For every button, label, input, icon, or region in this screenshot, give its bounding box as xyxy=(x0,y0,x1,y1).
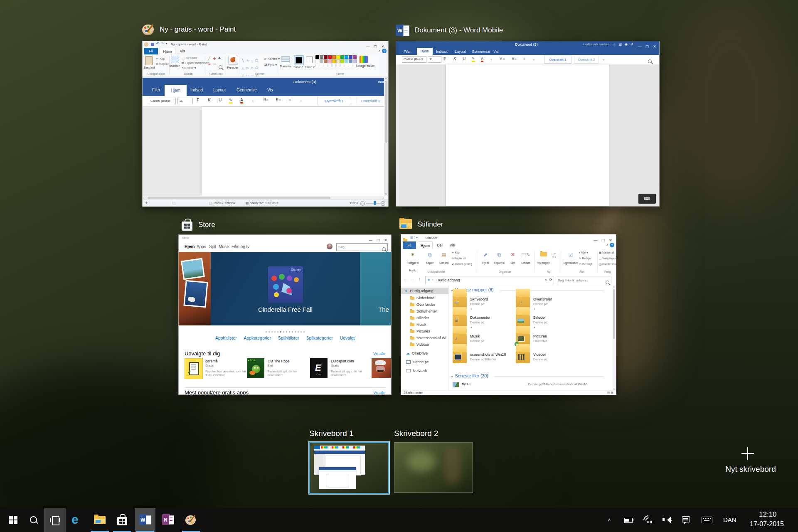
hero-pager-dots[interactable] xyxy=(179,327,391,334)
store-nav-hjem[interactable]: Hjem xyxy=(185,244,195,249)
copy-path-button[interactable]: ⧉ Kopiér sti xyxy=(452,257,466,260)
word-tab-indsaet[interactable]: Indsæt xyxy=(436,49,448,54)
file-explorer-button[interactable] xyxy=(90,508,110,532)
keyboard-mode-icon[interactable]: ▤ xyxy=(618,42,622,46)
size-icon[interactable] xyxy=(281,57,290,63)
store-hero[interactable]: Disney Cinderella Free Fall The xyxy=(179,252,391,325)
desktop1-label[interactable]: Skrivebord 1 xyxy=(309,429,354,438)
italic-icon[interactable]: K xyxy=(453,57,456,61)
action-center-icon[interactable] xyxy=(682,516,690,524)
history-button[interactable]: ⟲ Oversigt xyxy=(579,263,592,266)
wifi-icon[interactable] xyxy=(643,515,653,524)
bold-icon[interactable]: F xyxy=(443,57,446,61)
fill-icon[interactable]: ◆ xyxy=(213,57,216,60)
paint-vscrollbar[interactable]: ∧ ∨ xyxy=(384,76,388,196)
color1-swatch[interactable] xyxy=(294,55,304,65)
redo-icon[interactable]: ↷ xyxy=(161,42,164,46)
size-label[interactable]: Størrelse xyxy=(279,65,292,68)
folder-item-videoer[interactable]: Videoer Denne pc xyxy=(516,352,577,369)
paste-label[interactable]: Sæt ind xyxy=(143,66,154,69)
edit-colors-label[interactable]: Rediger farver xyxy=(356,64,372,67)
app-card-partial[interactable] xyxy=(372,358,391,378)
rotate-label[interactable]: ⟲ Roter ▾ xyxy=(182,66,196,70)
find-icon[interactable] xyxy=(648,57,652,65)
paint-canvas[interactable]: Dokument (3) mor Filer Hjem Indsæt Layou… xyxy=(143,76,384,196)
open-button[interactable]: ▸ Åbn ▾ xyxy=(579,251,588,254)
store-nav-film[interactable]: Film og tv xyxy=(232,244,249,249)
edit-colors-icon[interactable] xyxy=(360,56,368,63)
explorer-search-input[interactable] xyxy=(557,277,604,283)
help-icon[interactable]: ? xyxy=(382,49,387,53)
resize-label[interactable]: ⧉ Tilpas størrelsen xyxy=(182,61,209,65)
word-page[interactable] xyxy=(446,64,609,206)
word-window[interactable]: Dokument (3) morten sahl madsen ☼ ▤ ◉ ↺ … xyxy=(396,41,660,207)
app-card[interactable]: ● BOX Cut The Rope Ejet Baseret på spil,… xyxy=(247,358,305,380)
paste-button[interactable]: ▤Sæt ind xyxy=(438,251,450,266)
paste-icon[interactable] xyxy=(145,56,153,65)
explorer-tab-del[interactable]: Del xyxy=(434,241,445,249)
tree-item-denne-pc[interactable]: Denne pc xyxy=(401,359,453,365)
address-dropdown-icon[interactable]: ∨ xyxy=(545,278,547,282)
recent-files-heading[interactable]: ⌄ Seneste filer (20) xyxy=(450,373,488,378)
text-tool-icon[interactable]: A xyxy=(218,56,221,60)
view-toggle-icons[interactable]: ▤ ▦ xyxy=(607,391,613,394)
zoom-out-icon[interactable]: − xyxy=(360,201,365,206)
font-color-icon[interactable]: A xyxy=(481,57,483,62)
delete-button[interactable]: ✕Slet xyxy=(507,251,518,266)
explorer-thumbnail-label[interactable]: Stifinder xyxy=(399,218,443,231)
underline-icon[interactable]: U xyxy=(463,57,466,61)
account-icon[interactable]: ◉ xyxy=(625,42,628,46)
app-card[interactable]: E .COM Eurosport.com Gratis Baseret på a… xyxy=(310,358,368,380)
bullets-icon[interactable]: ⠿≡ xyxy=(500,57,505,61)
zoom-in-icon[interactable]: + xyxy=(381,201,385,206)
crop-label[interactable]: ⬚ Beskær xyxy=(182,56,197,60)
brushes-icon[interactable] xyxy=(228,56,238,65)
save-icon[interactable] xyxy=(151,43,154,46)
font-more-icon[interactable]: ⌄ xyxy=(490,57,493,61)
back-icon[interactable]: ← xyxy=(404,277,408,281)
up-icon[interactable]: ↑ xyxy=(419,277,421,281)
explorer-tab-vis[interactable]: Vis xyxy=(447,241,458,249)
properties-button[interactable]: ☑Egenskaber xyxy=(563,251,578,266)
word-tab-filer[interactable]: Filer xyxy=(404,49,411,54)
zoom-slider-thumb[interactable] xyxy=(374,201,376,205)
tree-item-onedrive[interactable]: ☁OneDrive xyxy=(401,350,453,357)
clock-time[interactable]: 12:10 xyxy=(759,510,777,519)
outline-label[interactable]: ▱ Kontur ▾ xyxy=(264,57,280,61)
word-button[interactable]: W xyxy=(135,508,155,532)
recent-file-row[interactable]: ny UI Denne pc\Billeder\screenshots af W… xyxy=(453,382,606,388)
color2-swatch[interactable] xyxy=(305,55,314,64)
explorer-window[interactable]: ▥ ▯ ▾ Stifinder —▢✕ Fil Hjem Del Vis ∧ ?… xyxy=(401,234,616,395)
onenote-button[interactable]: N xyxy=(158,508,178,532)
store-nav-musik[interactable]: Musik xyxy=(219,244,229,249)
touch-keyboard-icon[interactable] xyxy=(702,517,712,523)
word-heading2[interactable]: Overskrift 2 xyxy=(574,56,599,64)
desktop1-thumbnail[interactable] xyxy=(309,442,389,494)
ribbon-collapse-icon[interactable]: ∧ xyxy=(378,49,381,53)
paint-tab-vis[interactable]: Vis xyxy=(177,48,188,54)
ribbon-collapse-icon[interactable]: ∧ xyxy=(606,243,608,247)
tell-me-icon[interactable]: ☼ xyxy=(613,42,616,46)
styles-more-icon[interactable]: ⌄ xyxy=(602,57,605,61)
paint-tab-hjem[interactable]: Hjem xyxy=(160,48,175,55)
store-button[interactable] xyxy=(112,508,132,532)
store-nav-apps[interactable]: Apps xyxy=(197,244,206,249)
paint-thumbnail-label[interactable]: Ny - gratis - word - Paint xyxy=(142,23,236,36)
paint-tab-fil[interactable]: Fil xyxy=(144,48,158,54)
qat-icons[interactable]: ▥ ▯ ▾ xyxy=(410,236,418,239)
rename-button[interactable]: ⬚✎Omdøb xyxy=(519,251,532,266)
word-tab-vis[interactable]: Vis xyxy=(493,49,498,54)
brushes-label[interactable]: Pensler xyxy=(226,66,240,69)
touch-keyboard-badge[interactable]: ⌨ xyxy=(638,194,656,204)
copy-to-button[interactable]: ⧉Kopiér til xyxy=(493,251,506,266)
fill-label[interactable]: ◪ Fyld ▾ xyxy=(264,63,277,66)
cut-button[interactable]: ✂ Klip xyxy=(452,251,459,254)
battery-icon[interactable] xyxy=(624,518,633,522)
new-item-icons[interactable]: ▢▾🗋▾ xyxy=(552,252,556,259)
tree-item-netvaerk[interactable]: Netværk xyxy=(401,367,453,374)
address-box[interactable]: ★ › Hurtig adgang ∨ ⟳ xyxy=(425,276,554,284)
word-tab-hjem[interactable]: Hjem xyxy=(417,48,433,55)
undo-icon[interactable]: ↺ xyxy=(630,42,633,46)
new-folder-button[interactable]: Ny mappe xyxy=(537,251,551,266)
word-tab-gennemse[interactable]: Gennemse xyxy=(472,49,490,54)
